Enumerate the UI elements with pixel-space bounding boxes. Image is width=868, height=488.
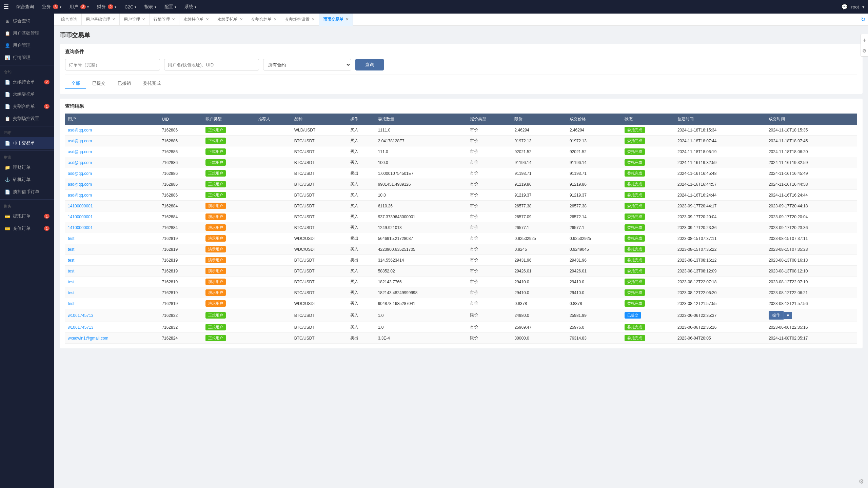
- filter-tabs: 全部 已提交 已撤销 委托完成: [65, 75, 857, 89]
- cell-deal-price: 29431.96: [567, 255, 622, 266]
- cell-deal-price: 26577.38: [567, 201, 622, 211]
- sidebar-item-withdraw[interactable]: 💳 提现订单 1: [0, 210, 54, 222]
- sidebar-item-delivery-contract[interactable]: 📄 交割合约单 1: [0, 100, 54, 113]
- filter-tab-completed[interactable]: 委托完成: [137, 78, 167, 89]
- user-dropdown-arrow-icon[interactable]: ▾: [862, 4, 865, 9]
- user-link[interactable]: 14100000001: [68, 225, 93, 230]
- user-link[interactable]: test: [68, 301, 74, 306]
- chat-icon[interactable]: 💬: [841, 4, 848, 10]
- cell-limit-price: 30000.0: [512, 333, 567, 344]
- tab-close-perpetual-entrust[interactable]: ✕: [240, 17, 243, 22]
- filter-tab-all[interactable]: 全部: [65, 78, 86, 89]
- nav-item-user[interactable]: 用户 3 ▾: [66, 2, 92, 12]
- tab-delivery-contract[interactable]: 交割合约单 ✕: [247, 14, 281, 26]
- tab-close-market[interactable]: ✕: [172, 17, 175, 22]
- user-link[interactable]: test: [68, 236, 74, 241]
- filter-tab-submitted[interactable]: 已提交: [86, 78, 112, 89]
- cell-user: 14100000001: [65, 222, 159, 233]
- tab-close-perpetual-hold[interactable]: ✕: [206, 17, 209, 22]
- tab-market[interactable]: 行情管理 ✕: [150, 14, 179, 26]
- query-button[interactable]: 查询: [355, 59, 384, 70]
- user-link[interactable]: w1061745713: [68, 325, 93, 330]
- tab-close-coin-trade[interactable]: ✕: [346, 17, 349, 22]
- user-link[interactable]: test: [68, 258, 74, 263]
- user-link[interactable]: asd@qq.com: [68, 193, 92, 198]
- tab-close-user-basic[interactable]: ✕: [112, 17, 115, 22]
- user-link[interactable]: asd@qq.com: [68, 182, 92, 187]
- nav-item-system[interactable]: 系统 ▾: [181, 2, 200, 12]
- tab-coin-trade[interactable]: 币币交易单 ✕: [319, 14, 353, 26]
- contract-select[interactable]: 所有合约 BTC/USDT WLD/USDT WDC/USDT: [263, 59, 351, 70]
- user-link[interactable]: test: [68, 247, 74, 252]
- cell-status: 委托完成: [622, 136, 675, 146]
- menu-toggle-icon[interactable]: ☰: [3, 3, 9, 11]
- cell-variety: BTC/USDT: [292, 309, 348, 322]
- cell-deal-price: 2.46294: [567, 125, 622, 136]
- user-link[interactable]: 14100000001: [68, 204, 93, 208]
- sidebar-section-financial: 财务: [0, 201, 54, 210]
- table-row: asd@qq.com 7162886 正式用户 BTC/USDT 卖出 1.00…: [65, 168, 857, 179]
- sidebar-item-wealth-order[interactable]: 📁 理财订单: [0, 161, 54, 174]
- user-link[interactable]: asd@qq.com: [68, 128, 92, 133]
- user-search-input[interactable]: [164, 59, 259, 70]
- nav-item-overview[interactable]: 综合查询: [13, 2, 37, 12]
- account-type-badge: 演示用户: [205, 289, 226, 296]
- tab-overview[interactable]: 综合查询: [57, 14, 82, 26]
- user-link[interactable]: test: [68, 280, 74, 284]
- cell-deal-time: 2023-06-06T22:35:16: [766, 322, 857, 333]
- nav-item-config[interactable]: 配置 ▾: [161, 2, 180, 12]
- nav-item-c2c[interactable]: C2C ▾: [121, 2, 140, 12]
- user-link[interactable]: asd@qq.com: [68, 160, 92, 165]
- cell-create-time: 2024-11-18T18:07:44: [675, 136, 766, 146]
- sidebar-item-user-basic[interactable]: 📋 用户基础管理: [0, 27, 54, 39]
- bottom-settings-icon[interactable]: ⚙: [859, 478, 864, 485]
- sidebar-item-deposit[interactable]: 💳 充值订单 1: [0, 222, 54, 235]
- action-cell[interactable]: 操作▼: [766, 309, 857, 322]
- action-button[interactable]: 操作: [769, 311, 784, 320]
- nav-item-report[interactable]: 报表 ▾: [141, 2, 160, 12]
- refresh-icon[interactable]: ↻: [861, 16, 865, 23]
- tab-close-user-manage[interactable]: ✕: [142, 17, 145, 22]
- cell-limit-price: 92021.52: [512, 146, 567, 157]
- sidebar-item-perpetual-entrust[interactable]: 📄 永续委托单: [0, 88, 54, 100]
- user-label[interactable]: root: [851, 4, 859, 9]
- tab-exchange-control[interactable]: 交割场控设置 ✕: [281, 14, 319, 26]
- perpetual-hold-badge: 2: [44, 80, 50, 84]
- order-no-input[interactable]: [65, 59, 160, 70]
- user-link[interactable]: test: [68, 290, 74, 295]
- sidebar-item-user-manage[interactable]: 👤 用户管理: [0, 39, 54, 52]
- user-link[interactable]: 14100000001: [68, 215, 93, 219]
- tab-perpetual-entrust[interactable]: 永续委托单 ✕: [213, 14, 247, 26]
- filter-tab-cancelled[interactable]: 已撤销: [112, 78, 137, 89]
- user-link[interactable]: asd@qq.com: [68, 149, 92, 154]
- sidebar-item-overview[interactable]: ⊞ 综合查询: [0, 15, 54, 27]
- user-link[interactable]: asd@qq.com: [68, 171, 92, 176]
- cell-quote-type: 限价: [467, 333, 512, 344]
- user-link[interactable]: w1061745713: [68, 313, 93, 318]
- sidebar-item-mining-order[interactable]: ⚓ 矿机订单: [0, 174, 54, 186]
- add-icon[interactable]: +: [863, 37, 866, 44]
- tab-user-basic[interactable]: 用户基础管理 ✕: [82, 14, 120, 26]
- cell-status: 委托完成: [622, 322, 675, 333]
- deposit-icon: 💳: [5, 226, 10, 231]
- tab-perpetual-hold[interactable]: 永续持仓单 ✕: [179, 14, 213, 26]
- sidebar-item-exchange-control[interactable]: 📋 交割场控设置: [0, 113, 54, 125]
- sidebar-item-market[interactable]: 📊 行情管理: [0, 52, 54, 64]
- sidebar-item-coin-trade[interactable]: 📄 币币交易单: [0, 137, 54, 149]
- user-link[interactable]: asd@qq.com: [68, 139, 92, 143]
- action-dropdown-button[interactable]: ▼: [784, 312, 792, 319]
- sidebar-item-perpetual-hold[interactable]: 📄 永续持仓单 2: [0, 76, 54, 88]
- user-arrow-icon: ▾: [87, 5, 89, 9]
- tab-close-delivery-contract[interactable]: ✕: [274, 17, 277, 22]
- nav-item-finance[interactable]: 财务 2 ▾: [94, 2, 120, 12]
- sidebar-item-credit-coin[interactable]: 📄 质押借币订单: [0, 186, 54, 198]
- settings-icon[interactable]: ⚙: [862, 48, 867, 54]
- user-link[interactable]: wxedwin1@gmail.com: [68, 336, 108, 341]
- nav-item-business[interactable]: 业务 3 ▾: [39, 2, 65, 12]
- cell-limit-price: 25969.47: [512, 322, 567, 333]
- tab-user-manage[interactable]: 用户管理 ✕: [120, 14, 150, 26]
- tab-close-exchange-control[interactable]: ✕: [312, 17, 315, 22]
- cell-deal-time: 2023-08-13T08:16:13: [766, 255, 857, 266]
- cell-recommender: [255, 136, 291, 146]
- user-link[interactable]: test: [68, 269, 74, 273]
